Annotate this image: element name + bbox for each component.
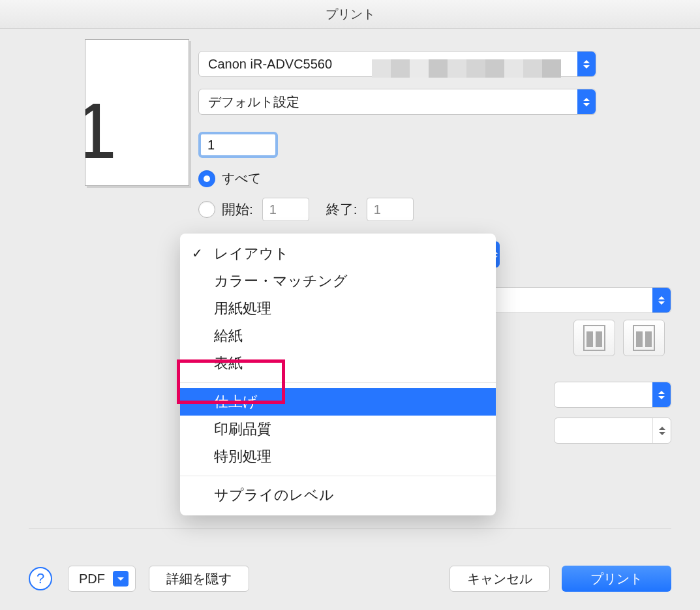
- printer-value: Canon iR-ADVC5560: [208, 57, 332, 72]
- pages-all-row: すべて: [198, 170, 261, 187]
- menu-item-paper-feed[interactable]: 給紙: [180, 322, 496, 350]
- orientation-button-a[interactable]: [573, 320, 615, 356]
- panel-dropdown-menu: ✓ レイアウト カラー・マッチング 用紙処理 給紙 表紙 仕上げ 印刷品質 特別…: [180, 234, 496, 515]
- select-arrows-icon: [577, 52, 596, 76]
- menu-separator: [180, 476, 496, 476]
- dialog-footer: ? PDF 詳細を隠す キャンセル プリント: [29, 566, 671, 592]
- copies-input[interactable]: [198, 132, 278, 158]
- help-icon: ?: [37, 570, 44, 587]
- pages-all-label: すべて: [222, 170, 261, 187]
- preset-value: デフォルト設定: [208, 93, 299, 111]
- cancel-button[interactable]: キャンセル: [449, 566, 550, 592]
- menu-item-layout[interactable]: ✓ レイアウト: [180, 240, 496, 267]
- window-title: プリント: [326, 6, 375, 23]
- menu-item-supplies[interactable]: サプライのレベル: [180, 481, 496, 509]
- checkmark-icon: ✓: [192, 245, 203, 261]
- hide-details-button[interactable]: 詳細を隠す: [149, 566, 249, 592]
- menu-item-special-processing[interactable]: 特別処理: [180, 443, 496, 470]
- chevron-down-icon: [113, 571, 129, 587]
- pdf-dropdown-button[interactable]: PDF: [68, 566, 136, 592]
- select-arrows-icon: [577, 89, 596, 114]
- pdf-label: PDF: [79, 572, 105, 587]
- divider: [29, 528, 671, 529]
- menu-item-finishing[interactable]: 仕上げ: [180, 388, 496, 416]
- stepper-arrows-icon: [652, 418, 671, 443]
- pages-from-input[interactable]: [262, 198, 309, 221]
- preview-page-number: 1: [85, 85, 117, 175]
- menu-item-print-quality[interactable]: 印刷品質: [180, 416, 496, 443]
- menu-item-color-matching[interactable]: カラー・マッチング: [180, 267, 496, 295]
- menu-item-paper-handling[interactable]: 用紙処理: [180, 295, 496, 322]
- orientation-icon: [583, 325, 605, 351]
- pages-range-row: 開始: 終了:: [198, 198, 414, 221]
- menu-item-cover[interactable]: 表紙: [180, 350, 496, 377]
- pages-to-input[interactable]: [367, 198, 414, 221]
- pages-range-radio[interactable]: [198, 201, 215, 218]
- bg-select-3[interactable]: [554, 418, 671, 444]
- select-arrows-icon: [652, 288, 671, 313]
- menu-separator: [180, 382, 496, 383]
- pages-from-label: 開始:: [222, 200, 253, 219]
- redacted-area: [372, 59, 561, 78]
- bg-select-2[interactable]: [554, 382, 671, 408]
- help-button[interactable]: ?: [29, 567, 52, 590]
- print-button[interactable]: プリント: [562, 566, 671, 592]
- orientation-icon: [633, 325, 655, 351]
- page-preview: 1: [85, 39, 189, 186]
- select-arrows-icon: [652, 382, 671, 407]
- orientation-button-b[interactable]: [623, 320, 665, 356]
- window-titlebar: プリント: [0, 0, 700, 29]
- preset-select[interactable]: デフォルト設定: [198, 89, 596, 115]
- pages-all-radio[interactable]: [198, 170, 215, 187]
- pages-to-label: 終了:: [326, 200, 358, 219]
